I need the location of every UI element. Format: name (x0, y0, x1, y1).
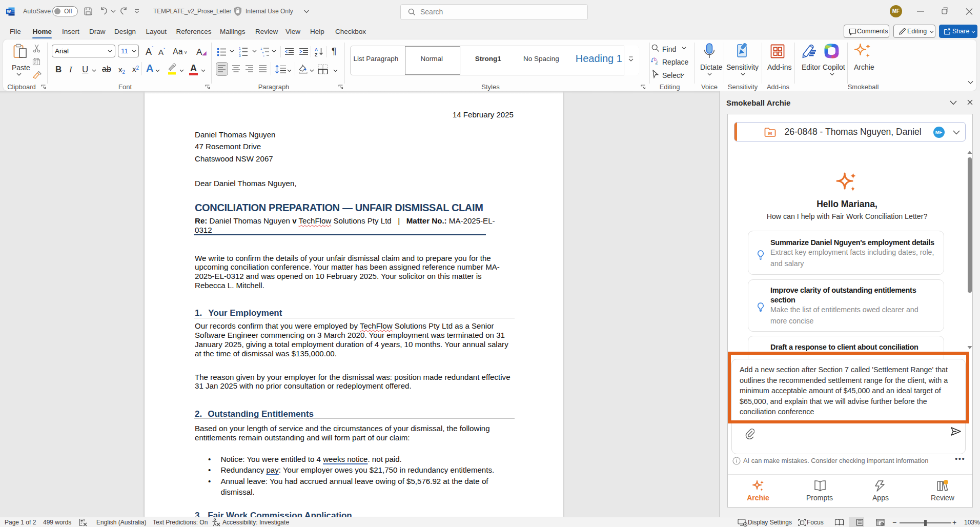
svg-text:Z: Z (315, 52, 317, 57)
svg-text:a: a (262, 51, 264, 54)
svg-text:1: 1 (260, 47, 262, 50)
svg-text:A: A (315, 47, 318, 52)
svg-text:W: W (7, 9, 11, 14)
svg-text:i: i (263, 54, 264, 57)
svg-text:M: M (768, 131, 772, 136)
svg-text:1: 1 (239, 47, 241, 50)
svg-text:3: 3 (239, 54, 241, 57)
svg-text:2: 2 (239, 50, 241, 54)
